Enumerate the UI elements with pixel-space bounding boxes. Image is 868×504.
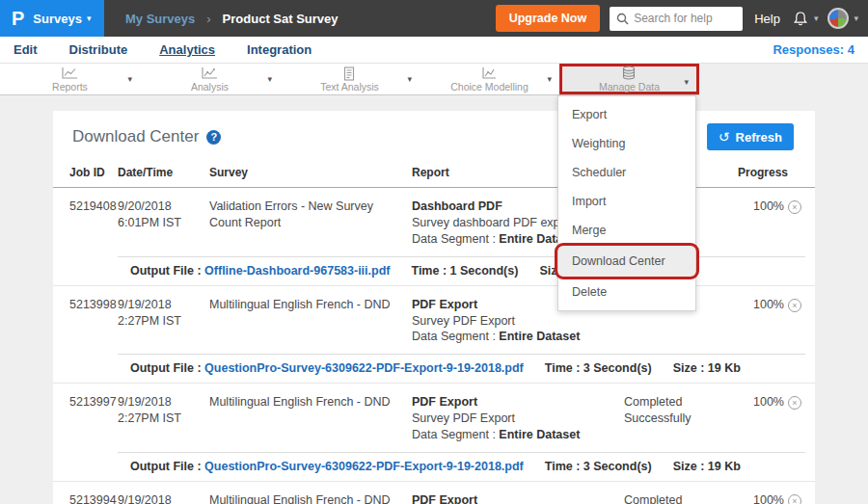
job-id: 5213998 xyxy=(69,297,118,346)
chevron-down-icon: ▾ xyxy=(87,13,92,23)
table-row: 5219408 9/20/2018 6:01PM IST Validation … xyxy=(53,188,815,286)
output-file-link[interactable]: QuestionPro-Survey-6309622-PDF-Export-9-… xyxy=(204,460,524,473)
menu-item-merge[interactable]: Merge xyxy=(558,216,695,245)
chevron-down-icon[interactable]: ▾ xyxy=(127,74,132,84)
output-file-link[interactable]: Offline-Dashboard-967583-iii.pdf xyxy=(204,264,390,278)
output-file-link[interactable]: QuestionPro-Survey-6309622-PDF-Export-9-… xyxy=(204,361,524,375)
help-search-box[interactable] xyxy=(610,7,743,31)
toolbar-choice-modelling-label: Choice Modelling xyxy=(450,82,529,93)
progress-value: 100% xyxy=(738,297,784,346)
menu-item-scheduler[interactable]: Scheduler xyxy=(558,158,695,187)
chevron-down-icon[interactable]: ▾ xyxy=(267,74,272,84)
progress-value: 100% xyxy=(738,199,784,248)
cancel-job-icon[interactable]: × xyxy=(788,200,801,214)
database-icon xyxy=(620,66,637,81)
tab-integration[interactable]: Integration xyxy=(247,42,312,57)
report-cell: PDF Export Survey PDF Export Data Segmen… xyxy=(412,394,624,443)
menu-item-delete[interactable]: Delete xyxy=(558,278,695,306)
cancel-job-icon[interactable]: × xyxy=(788,494,801,504)
cancel-job-icon[interactable]: × xyxy=(788,396,801,410)
progress-value: 100% xyxy=(738,394,784,443)
analytics-toolbar: Reports ▾ Analysis ▾ Text Analysis ▾ Cho… xyxy=(0,64,699,95)
survey-name: Validation Errors - New Survey Count Rep… xyxy=(209,199,412,248)
chevron-down-icon[interactable]: ▾ xyxy=(407,74,412,84)
tab-edit[interactable]: Edit xyxy=(14,42,38,57)
time-taken: Time : 3 Second(s) xyxy=(545,361,652,375)
notifications-menu[interactable]: ▾ xyxy=(792,11,819,27)
menu-item-download-center[interactable]: Download Center xyxy=(558,245,695,278)
toolbar-reports-label: Reports xyxy=(52,82,88,93)
breadcrumb-separator-icon: › xyxy=(206,12,210,26)
table-row: 5213997 9/19/2018 2:27PM IST Multilingua… xyxy=(53,384,815,482)
survey-name: Multilingual English French - DND xyxy=(209,394,412,443)
chevron-down-icon: ▾ xyxy=(814,13,819,23)
table-header: Job ID Date/Time Survey Report Progress xyxy=(53,160,815,188)
surveys-menu-label: Surveys xyxy=(33,12,82,26)
search-icon xyxy=(616,13,629,25)
refresh-label: Refresh xyxy=(736,130,782,145)
datetime: 9/20/2018 6:01PM IST xyxy=(118,199,209,248)
datetime: 9/19/2018 2:27PM IST xyxy=(118,394,209,443)
survey-name: Multilingual English French - DND xyxy=(209,492,412,504)
toolbar-analysis[interactable]: Analysis ▾ xyxy=(140,64,280,94)
account-menu[interactable]: ▾ xyxy=(827,8,858,29)
menu-item-import[interactable]: Import xyxy=(558,187,695,216)
trend-chart-icon xyxy=(201,66,218,81)
job-id: 5219408 xyxy=(69,199,118,248)
chevron-down-icon: ▾ xyxy=(854,13,858,23)
time-taken: Time : 3 Second(s) xyxy=(545,460,652,473)
bar-line-chart-icon xyxy=(480,66,498,81)
menu-item-export[interactable]: Export xyxy=(558,100,695,129)
report-desc: Survey PDF Export xyxy=(412,313,614,330)
data-segment: Data Segment : Entire Dataset xyxy=(412,329,614,345)
breadcrumb-current: Product Sat Survey xyxy=(223,12,339,26)
tab-distribute[interactable]: Distribute xyxy=(69,42,128,57)
table-row: 5213998 9/19/2018 2:27PM IST Multilingua… xyxy=(53,286,815,385)
search-input[interactable] xyxy=(634,12,735,25)
datetime: 9/19/2018 2:27PM IST xyxy=(118,297,209,346)
job-id: 5213994 xyxy=(69,492,118,504)
output-file-row: Output File : Offline-Dashboard-967583-i… xyxy=(118,256,805,285)
toolbar-analysis-label: Analysis xyxy=(191,82,229,93)
output-file-row: Output File : QuestionPro-Survey-6309622… xyxy=(118,354,805,383)
page-title: Download Center xyxy=(72,127,199,146)
breadcrumb-my-surveys[interactable]: My Surveys xyxy=(125,12,195,26)
report-desc: Survey PDF Export xyxy=(412,411,614,427)
surveys-menu[interactable]: P Surveys ▾ xyxy=(0,0,104,37)
datetime: 9/19/2018 2:26PM IST xyxy=(118,492,209,504)
tab-analytics[interactable]: Analytics xyxy=(159,42,215,57)
report-title: PDF Export xyxy=(412,394,614,411)
status: Completed Successfully xyxy=(624,492,738,504)
toolbar-reports[interactable]: Reports ▾ xyxy=(0,64,140,94)
job-id: 5213997 xyxy=(69,394,118,443)
toolbar-choice-modelling[interactable]: Choice Modelling ▾ xyxy=(420,64,559,94)
help-link[interactable]: Help xyxy=(754,12,780,26)
toolbar-manage-data[interactable]: Manage Data ▾ xyxy=(559,64,699,94)
responses-count[interactable]: Responses: 4 xyxy=(773,42,854,57)
toolbar-text-analysis[interactable]: Text Analysis ▾ xyxy=(280,64,420,94)
col-datetime: Date/Time xyxy=(118,166,209,179)
breadcrumb: My Surveys › Product Sat Survey xyxy=(125,12,339,26)
bell-icon xyxy=(792,11,809,27)
help-question-icon[interactable]: ? xyxy=(206,130,221,145)
output-file-row: Output File : QuestionPro-Survey-6309622… xyxy=(118,452,805,481)
questionpro-logo: P xyxy=(12,8,24,30)
upgrade-now-button[interactable]: Upgrade Now xyxy=(496,5,601,32)
cancel-job-icon[interactable]: × xyxy=(788,299,801,312)
file-size: Size : 19 Kb xyxy=(673,460,741,473)
menu-item-weighting[interactable]: Weighting xyxy=(558,129,695,158)
avatar xyxy=(827,8,849,29)
download-center-panel: Download Center ? ↺ Refresh Job ID Date/… xyxy=(53,111,815,504)
chevron-down-icon[interactable]: ▾ xyxy=(684,77,689,87)
manage-data-dropdown: Export Weighting Scheduler Import Merge … xyxy=(557,95,696,311)
chevron-down-icon[interactable]: ▾ xyxy=(547,74,552,84)
file-size: Size : 19 Kb xyxy=(673,361,741,375)
time-taken: Time : 1 Second(s) xyxy=(411,264,518,278)
refresh-button[interactable]: ↺ Refresh xyxy=(707,123,794,150)
data-segment: Data Segment : Entire Dataset xyxy=(412,427,614,443)
col-job-id: Job ID xyxy=(69,166,118,179)
line-chart-icon xyxy=(61,66,78,81)
output-file-label: Output File : xyxy=(130,361,204,375)
toolbar-text-analysis-label: Text Analysis xyxy=(320,82,379,93)
survey-name: Multilingual English French - DND xyxy=(209,297,412,346)
